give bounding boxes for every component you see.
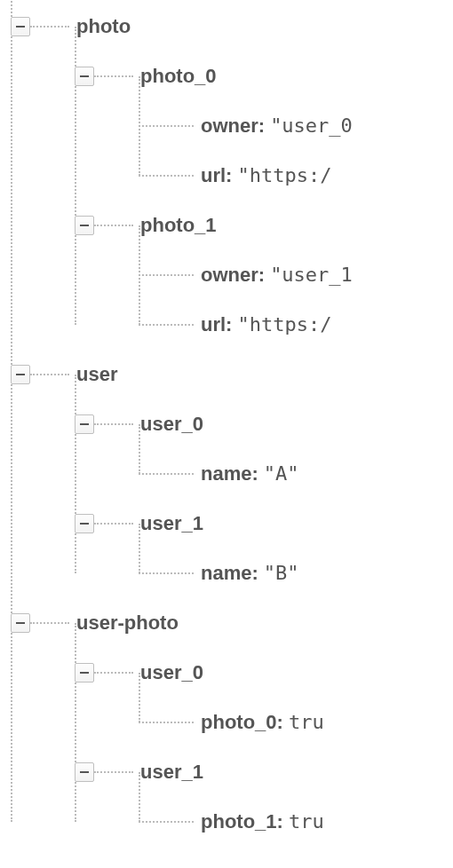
connector [139,175,194,177]
collapse-icon[interactable] [75,67,94,86]
connector [30,622,69,624]
connector [139,324,194,326]
connector [94,771,133,773]
collapse-icon[interactable] [11,613,30,633]
leaf-value: "A" [264,462,299,485]
connector [139,722,194,723]
node-label: photo [76,15,131,38]
connector [30,374,69,375]
tree-node-up-user-1[interactable]: user_1 [75,747,453,797]
connector [139,125,194,127]
node-label: user_0 [140,413,203,436]
connector [94,423,133,425]
leaf-value: "user_1 [270,264,353,286]
tree-leaf-url: url: "https:/ [139,300,453,350]
connector [139,473,194,475]
tree-root: photo photo_0 owner: "user_0 [0,0,453,847]
leaf-value: "B" [264,562,299,584]
tree-leaf-url: url: "https:/ [139,151,453,201]
leaf-value: "https:/ [237,164,331,186]
tree-leaf-owner: owner: "user_0 [139,101,453,151]
connector [30,26,69,28]
connector [94,523,133,525]
node-label: user [76,363,117,386]
tree-node-user-photo[interactable]: user-photo [11,598,453,648]
leaf-key: owner: [201,114,265,138]
leaf-value: "user_0 [270,114,353,137]
tree-leaf-owner: owner: "user_1 [139,250,453,300]
tree-leaf-name: name: "B" [139,548,453,598]
tree-leaf-name: name: "A" [139,449,453,499]
node-label: user_1 [140,512,203,535]
node-label: user_1 [140,761,203,784]
collapse-icon[interactable] [75,762,94,782]
connector [94,672,133,674]
leaf-value: tru [289,810,324,832]
leaf-value: "https:/ [237,313,331,335]
tree-node-user-0[interactable]: user_0 [75,399,453,449]
connector [139,274,194,276]
collapse-icon[interactable] [75,514,94,533]
tree-leaf-photo-0: photo_0: tru [139,698,453,747]
leaf-key: owner: [201,264,265,287]
connector [139,572,194,574]
tree-node-user-1[interactable]: user_1 [75,499,453,548]
connector [139,821,194,823]
tree-node-photo-0[interactable]: photo_0 [75,51,453,101]
tree-node-photo-1[interactable]: photo_1 [75,201,453,250]
leaf-key: photo_0: [201,711,283,734]
collapse-icon[interactable] [75,663,94,683]
tree-node-up-user-0[interactable]: user_0 [75,648,453,698]
connector [94,225,133,226]
leaf-key: url: [201,313,232,336]
node-label: user-photo [76,612,179,635]
node-label: user_0 [140,661,203,684]
collapse-icon[interactable] [75,414,94,434]
tree-leaf-photo-1: photo_1: tru [139,797,453,847]
tree-node-photo[interactable]: photo [11,2,453,51]
connector [94,75,133,77]
leaf-key: name: [201,562,258,585]
collapse-icon[interactable] [75,216,94,235]
node-label: photo_0 [140,65,217,88]
leaf-key: url: [201,164,232,187]
node-label: photo_1 [140,214,217,237]
tree-node-user[interactable]: user [11,350,453,399]
leaf-key: name: [201,462,258,485]
collapse-icon[interactable] [11,17,30,36]
leaf-value: tru [289,711,324,733]
collapse-icon[interactable] [11,365,30,384]
leaf-key: photo_1: [201,810,283,833]
